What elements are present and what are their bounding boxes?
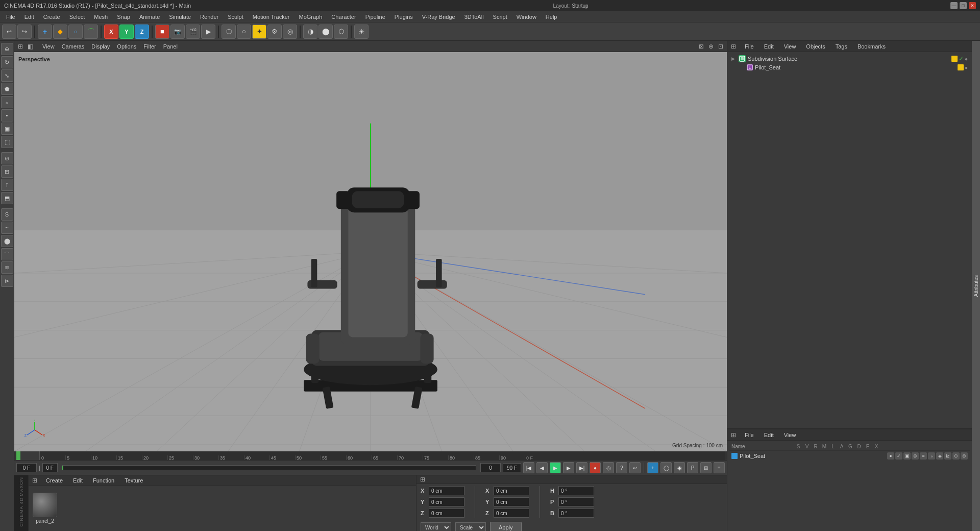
- tool-smooth[interactable]: ≋: [1, 261, 13, 274]
- scene-panel-icon[interactable]: ⊞: [729, 431, 738, 439]
- maximize-button[interactable]: □: [960, 2, 967, 9]
- key-extra-button[interactable]: ≡: [714, 462, 725, 473]
- spline-button[interactable]: ⌒: [84, 25, 98, 39]
- menu-mesh[interactable]: Mesh: [90, 13, 112, 21]
- playback-undo-button[interactable]: ↩: [629, 462, 641, 473]
- prev-frame-button[interactable]: ◀: [536, 462, 548, 473]
- menu-snap[interactable]: Snap: [113, 13, 134, 21]
- menu-edit[interactable]: Edit: [20, 13, 38, 21]
- subdivision-surface-row[interactable]: ▶ Subdivision Surface ✓ ●: [729, 54, 970, 63]
- viewport-menu-options[interactable]: Options: [114, 42, 139, 51]
- menu-mograph[interactable]: MoGraph: [295, 13, 326, 21]
- menu-render[interactable]: Render: [196, 13, 223, 21]
- menu-create[interactable]: Create: [39, 13, 64, 21]
- apply-button[interactable]: Apply: [490, 522, 522, 531]
- scene-edit-btn[interactable]: Edit: [761, 431, 777, 439]
- y-pos-input[interactable]: [429, 497, 464, 506]
- x-pos-input[interactable]: [429, 486, 464, 495]
- frame-counter-input[interactable]: [42, 463, 58, 472]
- clapboard-button[interactable]: 🎬: [186, 25, 200, 39]
- menu-animate[interactable]: Animate: [135, 13, 164, 21]
- start-frame-input[interactable]: [480, 463, 501, 472]
- tool-polygon[interactable]: ⬟: [1, 83, 13, 95]
- z-pos-input[interactable]: [429, 509, 464, 518]
- material-panel-icon[interactable]: ⊞: [31, 476, 39, 485]
- key-add-button[interactable]: +: [647, 462, 658, 473]
- material-function-btn[interactable]: Function: [90, 476, 117, 485]
- scene-file-btn[interactable]: File: [742, 431, 757, 439]
- scene-view-btn[interactable]: View: [781, 431, 799, 439]
- poly-button[interactable]: ◆: [53, 25, 67, 39]
- stop-button[interactable]: ■: [155, 25, 169, 39]
- sphere-button[interactable]: ○: [237, 25, 251, 39]
- close-button[interactable]: ✕: [969, 2, 976, 9]
- pilot-seat-scene-row[interactable]: Pilot_Seat ● ✓ ▣ ⊕ ≡ ⬦ ◈ ⊵ ⊙ ⊛: [729, 451, 970, 461]
- tool-knife[interactable]: ⊘: [1, 152, 13, 164]
- tool-scale[interactable]: ⤡: [1, 69, 13, 82]
- objects-objects-btn[interactable]: Objects: [803, 42, 828, 51]
- shader-button[interactable]: ⬡: [334, 25, 348, 39]
- end-frame-label[interactable]: [503, 463, 521, 472]
- tool-bridge[interactable]: ⊞: [1, 165, 13, 178]
- material-button[interactable]: ◑: [303, 25, 317, 39]
- goto-start-button[interactable]: |◀: [523, 462, 534, 473]
- objects-edit-btn[interactable]: Edit: [761, 42, 777, 51]
- tool-extra[interactable]: ⊳: [1, 275, 13, 287]
- key-grid-button[interactable]: ⊞: [700, 462, 712, 473]
- menu-script[interactable]: Script: [489, 13, 511, 21]
- viewport-view-icon[interactable]: ◧: [26, 42, 34, 51]
- material-swatch-panel2[interactable]: [33, 493, 57, 517]
- menu-pipeline[interactable]: Pipeline: [361, 13, 389, 21]
- menu-3dtoall[interactable]: 3DToAll: [460, 13, 488, 21]
- redo-button[interactable]: ↪: [17, 25, 32, 39]
- menu-help[interactable]: Help: [542, 13, 561, 21]
- world-mode-select[interactable]: World Object Local: [421, 522, 451, 531]
- rotate-x-button[interactable]: X: [104, 25, 118, 39]
- viewport-menu-view[interactable]: View: [39, 42, 58, 51]
- viewport-maximize-icon[interactable]: ⊡: [717, 42, 725, 51]
- objects-view-btn[interactable]: View: [781, 42, 799, 51]
- viewport-menu-panel[interactable]: Panel: [160, 42, 181, 51]
- tool-extrude[interactable]: ⤒: [1, 179, 13, 191]
- tool-point[interactable]: •: [1, 109, 13, 122]
- ry-input[interactable]: [494, 497, 529, 506]
- tool-live-selection[interactable]: ▣: [1, 123, 13, 135]
- tool2-button[interactable]: ◎: [283, 25, 297, 39]
- light-button[interactable]: ✦: [252, 25, 266, 39]
- tool-edge[interactable]: ⬦: [1, 96, 13, 108]
- nurbs-button[interactable]: ○: [68, 25, 83, 39]
- viewport-menu-filter[interactable]: Filter: [140, 42, 159, 51]
- menu-sculpt[interactable]: Sculpt: [224, 13, 248, 21]
- material-create-btn[interactable]: Create: [43, 476, 66, 485]
- tool-paint[interactable]: ⬤: [1, 235, 13, 247]
- objects-bookmarks-btn[interactable]: Bookmarks: [854, 42, 889, 51]
- tool-brush[interactable]: ~: [1, 222, 13, 234]
- undo-button[interactable]: ↩: [2, 25, 16, 39]
- texture-button[interactable]: ⬤: [318, 25, 333, 39]
- menu-motion-tracker[interactable]: Motion Tracker: [249, 13, 294, 21]
- p-input[interactable]: [558, 497, 594, 506]
- light2-button[interactable]: ☀: [354, 25, 369, 39]
- viewport-menu-display[interactable]: Display: [88, 42, 113, 51]
- coords-panel-icon[interactable]: ⊞: [419, 475, 427, 484]
- menu-window[interactable]: Window: [512, 13, 541, 21]
- menu-vray-bridge[interactable]: V-Ray Bridge: [418, 13, 459, 21]
- viewport-render-icon[interactable]: ⊠: [697, 42, 705, 51]
- key-move-button[interactable]: ◉: [674, 462, 685, 473]
- scale-mode-select[interactable]: Scale Size: [455, 522, 486, 531]
- menu-simulate[interactable]: Simulate: [165, 13, 195, 21]
- tool-rect-selection[interactable]: ⬚: [1, 136, 13, 148]
- key-remove-button[interactable]: ◯: [660, 462, 672, 473]
- menu-select[interactable]: Select: [65, 13, 89, 21]
- rz-input[interactable]: [494, 509, 529, 518]
- next-frame-button[interactable]: ▶: [563, 462, 574, 473]
- viewport-menu-cameras[interactable]: Cameras: [59, 42, 88, 51]
- menu-character[interactable]: Character: [327, 13, 360, 21]
- objects-panel-icon[interactable]: ⊞: [729, 42, 738, 51]
- viewport-3d[interactable]: Perspective Grid Spacing : 100 cm Y X Z: [14, 52, 727, 451]
- record-button[interactable]: ●: [590, 462, 601, 473]
- render-button[interactable]: ▶: [201, 25, 215, 39]
- material-texture-btn[interactable]: Texture: [121, 476, 146, 485]
- key-auto-button[interactable]: P: [687, 462, 698, 473]
- rotate-y-button[interactable]: Y: [119, 25, 134, 39]
